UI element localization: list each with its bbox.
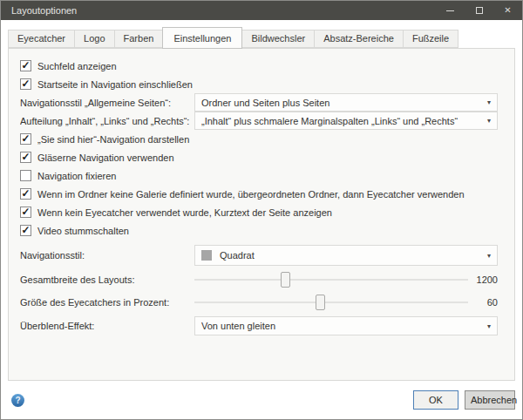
suchfeld-anzeigen-checkbox[interactable]: ✓ [20, 60, 31, 71]
checkbox-label: Wenn im Ordner keine Galerie definiert w… [37, 189, 465, 200]
checkbox-label: Startseite in Navigation einschließen [37, 79, 193, 90]
field-label: Navigationsstil: [20, 250, 194, 261]
settings-tab-panel: ✓ Suchfeld anzeigen ✓ Startseite in Navi… [8, 48, 515, 381]
tab-logo[interactable]: Logo [74, 30, 114, 48]
field-label: Aufteilung „Inhalt“, „Links“ und „Rechts… [20, 116, 194, 126]
slider-thumb[interactable] [316, 295, 325, 310]
tab-farben[interactable]: Farben [114, 30, 164, 48]
aufteilung-select[interactable]: „Inhalt“ plus schmalere Marginalspalten … [194, 112, 498, 130]
cancel-button[interactable]: Abbrechen [465, 390, 515, 410]
chevron-down-icon: ▾ [487, 117, 491, 125]
tab-bildwechsler[interactable]: Bildwechsler [241, 30, 315, 48]
checkbox-row-sie-sind-hier: ✓ „Sie sind hier“-Navigation darstellen [20, 130, 498, 148]
checkmark-icon: ✓ [21, 133, 30, 144]
select-value: Ordner und Seiten plus Seiten [201, 98, 482, 108]
checkbox-label: Suchfeld anzeigen [37, 61, 117, 71]
dialog-footer: ? OK Abbrechen [1, 381, 522, 419]
checkmark-icon: ✓ [21, 78, 30, 89]
window-title: Layoutoptionen [1, 5, 77, 16]
slider-thumb[interactable] [281, 272, 290, 288]
titlebar: Layoutoptionen ✕ [1, 1, 522, 20]
checkbox-row-kurztext: ✓ Wenn kein Eyecatcher verwendet wurde, … [20, 203, 498, 221]
checkbox-row-startseite: ✓ Startseite in Navigation einschließen [20, 75, 498, 93]
tab-absatz-bereiche[interactable]: Absatz-Bereiche [314, 30, 404, 48]
chevron-down-icon: ▾ [487, 98, 491, 106]
ueberblend-effekt-select[interactable]: Von unten gleiten ▾ [194, 316, 498, 335]
glaeserne-navigation-checkbox[interactable]: ✓ [20, 152, 31, 163]
keine-galerie-eyecatcher-checkbox[interactable]: ✓ [20, 188, 31, 200]
tab-strip: Eyecatcher Logo Farben Einstellungen Bil… [1, 20, 522, 48]
layoutoptionen-dialog: Layoutoptionen ✕ Eyecatcher Logo Farben … [0, 0, 523, 420]
dropdown-row-aufteilung: Aufteilung „Inhalt“, „Links“ und „Rechts… [20, 112, 498, 130]
help-icon[interactable]: ? [11, 394, 24, 407]
checkbox-label: Gläserne Navigation verwenden [37, 152, 174, 163]
checkbox-label: Video stummschalten [37, 226, 129, 236]
dropdown-row-navigationsstil-seiten: Navigationsstil „Allgemeine Seiten“: Ord… [20, 93, 498, 112]
field-label: Überblend-Effekt: [20, 321, 194, 331]
dropdown-row-navigationsstil: Navigationsstil: Quadrat ▾ [20, 245, 498, 266]
chevron-down-icon: ▾ [487, 322, 491, 330]
navigationsstil-select[interactable]: Quadrat ▾ [194, 245, 498, 266]
field-label: Gesamtbreite des Layouts: [20, 274, 194, 285]
checkbox-row-navigation-fixieren: ✓ Navigation fixieren [20, 166, 498, 185]
navigationsstil-allgemeine-seiten-select[interactable]: Ordner und Seiten plus Seiten ▾ [194, 93, 498, 112]
close-icon: ✕ [504, 6, 511, 15]
checkmark-icon: ✓ [21, 225, 30, 235]
checkbox-row-suchfeld: ✓ Suchfeld anzeigen [20, 57, 498, 75]
checkmark-icon: ✓ [21, 188, 30, 199]
checkmark-icon: ✓ [21, 207, 30, 217]
checkmark-icon: ✓ [21, 152, 30, 162]
slider-track[interactable] [194, 279, 468, 281]
tab-einstellungen[interactable]: Einstellungen [162, 27, 242, 49]
quadrat-swatch-icon [201, 250, 212, 261]
close-button[interactable]: ✕ [493, 1, 522, 20]
window-controls: ✕ [436, 1, 522, 20]
checkbox-row-glaeserne-navigation: ✓ Gläserne Navigation verwenden [20, 148, 498, 166]
tab-eyecatcher[interactable]: Eyecatcher [8, 30, 75, 48]
checkbox-row-keine-galerie: ✓ Wenn im Ordner keine Galerie definiert… [20, 185, 498, 203]
kurztext-anzeigen-checkbox[interactable]: ✓ [20, 207, 31, 218]
gesamtbreite-slider[interactable] [194, 271, 468, 288]
checkbox-row-video-stummschalten: ✓ Video stummschalten [20, 221, 498, 240]
slider-value: 1200 [473, 274, 498, 285]
minimize-button[interactable] [436, 1, 465, 20]
checkbox-label: „Sie sind hier“-Navigation darstellen [37, 134, 189, 145]
checkmark-icon: ✓ [21, 60, 30, 71]
checkbox-label: Wenn kein Eyecatcher verwendet wurde, Ku… [37, 207, 332, 218]
sie-sind-hier-checkbox[interactable]: ✓ [20, 133, 31, 145]
maximize-icon [476, 7, 483, 14]
slider-row-eyecatcher-groesse: Größe des Eyecatchers in Prozent: 60 [20, 294, 498, 311]
field-label: Navigationsstil „Allgemeine Seiten“: [20, 98, 194, 108]
slider-value: 60 [473, 297, 498, 308]
select-value: Quadrat [220, 250, 482, 261]
eyecatcher-groesse-slider[interactable] [194, 294, 468, 311]
minimize-icon [446, 10, 454, 11]
dropdown-row-ueberblend-effekt: Überblend-Effekt: Von unten gleiten ▾ [20, 316, 498, 335]
slider-row-gesamtbreite: Gesamtbreite des Layouts: 1200 [20, 271, 498, 288]
chevron-down-icon: ▾ [487, 252, 491, 260]
select-value: „Inhalt“ plus schmalere Marginalspalten … [201, 116, 482, 126]
ok-button[interactable]: OK [413, 390, 458, 410]
field-label: Größe des Eyecatchers in Prozent: [20, 297, 194, 308]
select-value: Von unten gleiten [201, 321, 482, 331]
slider-track[interactable] [194, 301, 468, 303]
maximize-button[interactable] [465, 1, 493, 20]
checkbox-label: Navigation fixieren [37, 171, 117, 181]
tab-fusszeile[interactable]: Fußzeile [403, 30, 458, 48]
video-stummschalten-checkbox[interactable]: ✓ [20, 225, 31, 236]
navigation-fixieren-checkbox[interactable]: ✓ [20, 170, 31, 181]
startseite-einschliessen-checkbox[interactable]: ✓ [20, 78, 31, 90]
